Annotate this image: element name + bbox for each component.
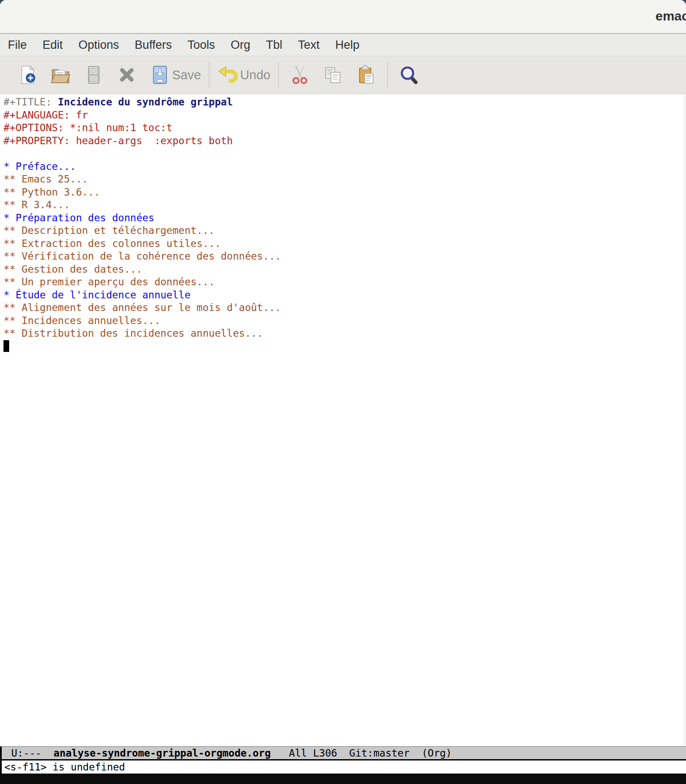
text-segment: #+OPTIONS: *:nil num:1 toc:t: [3, 122, 173, 133]
buffer-line: #+PROPERTY: header-args :exports both: [3, 135, 683, 148]
buffer-line: * Préface...: [3, 160, 683, 173]
buffer-line: [3, 340, 683, 353]
menu-item-help[interactable]: Help: [335, 38, 360, 52]
file-cabinet-icon: [83, 64, 104, 85]
save-button-label[interactable]: Save: [172, 68, 201, 82]
text-segment: ** Incidences annuelles...: [3, 315, 160, 326]
text-segment: ** Python 3.6...: [3, 186, 100, 198]
text-segment: ** Gestion des dates...: [3, 264, 143, 275]
buffer-line: * Étude de l'incidence annuelle: [3, 289, 683, 302]
text-segment: ** Description et téléchargement...: [3, 225, 215, 236]
buffer-text-area[interactable]: #+TITLE: Incidence du syndrôme grippal#+…: [0, 94, 686, 746]
toolbar-separator: [278, 62, 279, 88]
menu-item-options[interactable]: Options: [78, 38, 119, 52]
menu-item-text[interactable]: Text: [298, 38, 320, 52]
buffer-line: ** Gestion des dates...: [3, 263, 683, 276]
scissors-icon: [289, 64, 310, 85]
buffer-line: #+LANGUAGE: fr: [3, 109, 683, 122]
buffer-line: ** Vérification de la cohérence des donn…: [3, 250, 683, 263]
copy-button[interactable]: [323, 64, 343, 85]
save-buffer-button[interactable]: [149, 64, 170, 85]
close-buffer-button[interactable]: [116, 64, 137, 85]
menu-item-edit[interactable]: Edit: [43, 38, 63, 52]
save-icon: [149, 64, 170, 85]
buffer-line: ** Extraction des colonnes utiles...: [3, 237, 683, 250]
text-segment: #+TITLE:: [3, 96, 58, 108]
cut-button[interactable]: [289, 64, 310, 85]
menu-item-buffers[interactable]: Buffers: [135, 38, 172, 52]
mode-line: U:--- analyse-syndrome-grippal-orgmode.o…: [0, 746, 686, 760]
toolbar-separator: [209, 62, 210, 88]
buffer-line: ** Description et téléchargement...: [3, 224, 683, 237]
text-cursor: [3, 340, 9, 352]
buffer-line: ** Un premier aperçu des données...: [3, 276, 683, 289]
buffer-line: * Préparation des données: [3, 212, 683, 225]
mode-line-info: All L306 Git:master (Org): [271, 747, 452, 759]
buffer-line: #+OPTIONS: *:nil num:1 toc:t: [3, 122, 683, 135]
new-file-button[interactable]: [17, 64, 38, 85]
buffer-line: ** Incidences annuelles...: [3, 314, 683, 328]
menu-list: File Edit Options Buffers Tools Org Tbl …: [0, 38, 360, 52]
paste-button[interactable]: [356, 64, 377, 85]
text-segment: Incidence du syndrôme grippal: [58, 96, 233, 108]
text-segment: * Étude de l'incidence annuelle: [3, 289, 190, 301]
close-x-icon: [116, 64, 137, 85]
menu-item-tools[interactable]: Tools: [187, 38, 215, 52]
buffer-line: ** R 3.4...: [3, 199, 683, 212]
text-segment: ** Distribution des incidences annuelles…: [3, 328, 263, 339]
mode-line-buffer-name: analyse-syndrome-grippal-orgmode.org: [54, 747, 271, 759]
text-segment: ** Alignement des années sur le mois d'a…: [3, 302, 281, 313]
emacs-frame: emacs File Edit Options Buffers Tools Or…: [0, 0, 686, 774]
open-folder-icon: [50, 64, 71, 85]
text-segment: #+LANGUAGE: fr: [3, 109, 88, 121]
text-segment: ** R 3.4...: [3, 199, 70, 210]
mode-line-status: U:---: [5, 747, 54, 759]
text-segment: #+PROPERTY: header-args :exports both: [3, 135, 233, 146]
buffer-line: [3, 147, 683, 160]
copy-icon: [323, 64, 343, 85]
text-segment: * Préface...: [3, 161, 76, 172]
buffer-line: ** Distribution des incidences annuelles…: [3, 327, 683, 340]
text-segment: * Préparation des données: [3, 212, 154, 223]
open-file-button[interactable]: [50, 64, 71, 85]
buffer-line: ** Alignement des années sur le mois d'a…: [3, 301, 683, 314]
undo-button-label[interactable]: Undo: [240, 68, 270, 82]
echo-message: <s-f11> is undefined: [4, 761, 125, 773]
toolbar-separator: [387, 62, 388, 88]
text-segment: ** Emacs 25...: [3, 173, 88, 185]
buffer-line: #+TITLE: Incidence du syndrôme grippal: [3, 96, 683, 109]
search-button[interactable]: [398, 64, 419, 85]
buffer-line: ** Emacs 25...: [3, 173, 683, 186]
menu-item-tbl[interactable]: Tbl: [266, 38, 282, 52]
window-title: emacs: [655, 9, 686, 24]
text-segment: ** Extraction des colonnes utiles...: [3, 238, 221, 249]
buffer-line: ** Python 3.6...: [3, 186, 683, 199]
menu-item-file[interactable]: File: [8, 38, 27, 52]
echo-area[interactable]: <s-f11> is undefined: [0, 760, 686, 774]
menu-item-org[interactable]: Org: [231, 38, 250, 52]
toolbar: Save Undo: [0, 56, 686, 94]
emacs-window: emacs File Edit Options Buffers Tools Or…: [0, 0, 686, 784]
menu-bar: File Edit Options Buffers Tools Org Tbl …: [0, 34, 686, 56]
undo-button[interactable]: [217, 64, 238, 85]
search-magnifier-icon: [398, 64, 419, 85]
text-segment: ** Un premier aperçu des données...: [3, 276, 215, 287]
dired-button[interactable]: [83, 64, 104, 85]
text-segment: ** Vérification de la cohérence des donn…: [3, 250, 281, 262]
window-titlebar[interactable]: emacs: [0, 0, 686, 34]
undo-arrow-icon: [217, 64, 238, 85]
paste-clipboard-icon: [356, 64, 377, 85]
new-file-icon: [17, 64, 38, 85]
